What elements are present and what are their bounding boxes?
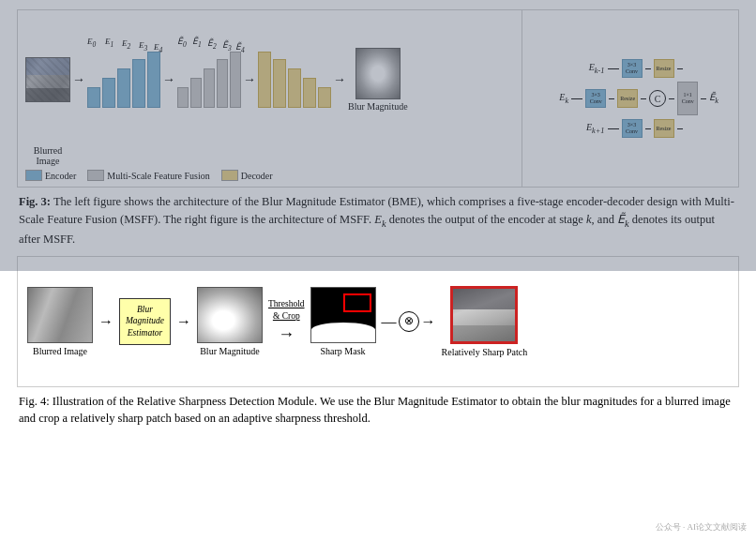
sharp-mask-white-region bbox=[311, 323, 375, 341]
threshold-label: Threshold& Crop bbox=[268, 298, 305, 323]
multiply-section: — ⊗ → bbox=[382, 311, 436, 332]
bme-label: BlurMagnitudeEstimator bbox=[126, 304, 164, 338]
threshold-crop-col: Threshold& Crop → bbox=[268, 298, 305, 345]
arrow-bme-blurmag: → bbox=[176, 313, 191, 330]
fig4-diagram: Blurred Image → BlurMagnitudeEstimator →… bbox=[27, 264, 729, 379]
fig4-sharppatch-col: Relatively Sharp Patch bbox=[442, 286, 528, 357]
fig4-blurmag-label: Blur Magnitude bbox=[200, 346, 260, 356]
fig4-blurred-col: Blurred Image bbox=[27, 287, 93, 356]
caption-4: Fig. 4: Illustration of the Relative Sha… bbox=[17, 393, 739, 428]
fig4-blurmag-col: Blur Magnitude bbox=[197, 287, 263, 356]
multiply-circle: ⊗ bbox=[399, 311, 419, 332]
fig4-sharp-patch-image bbox=[450, 286, 518, 344]
fig4-blurred-label: Blurred Image bbox=[33, 346, 87, 356]
fig4-num: Fig. 4: bbox=[19, 395, 50, 408]
arrow-mask-multiply: — bbox=[382, 313, 397, 330]
fig4-sharpmask-col: Sharp Mask bbox=[310, 287, 376, 356]
fig4-caption-text: Illustration of the Relative Sharpness D… bbox=[19, 395, 731, 426]
fig4-blur-magnitude-image bbox=[197, 287, 263, 343]
figure-4-container: Blurred Image → BlurMagnitudeEstimator →… bbox=[17, 256, 739, 387]
sharp-mask-rect bbox=[343, 293, 371, 312]
fig4-sharpmask-label: Sharp Mask bbox=[321, 346, 366, 356]
fig4-sharp-mask-image bbox=[310, 287, 376, 343]
arrow-multiply-patch: → bbox=[421, 313, 436, 330]
fig4-blurred-image bbox=[27, 287, 93, 343]
arrow-blurred-bme: → bbox=[98, 313, 113, 330]
and-text: and bbox=[19, 412, 36, 425]
fig4-sharppatch-label: Relatively Sharp Patch bbox=[442, 347, 528, 357]
arrow-threshold: → bbox=[278, 324, 295, 344]
bme-box: BlurMagnitudeEstimator bbox=[119, 298, 171, 345]
watermark: 公众号 · AI论文文献阅读 bbox=[656, 521, 747, 533]
